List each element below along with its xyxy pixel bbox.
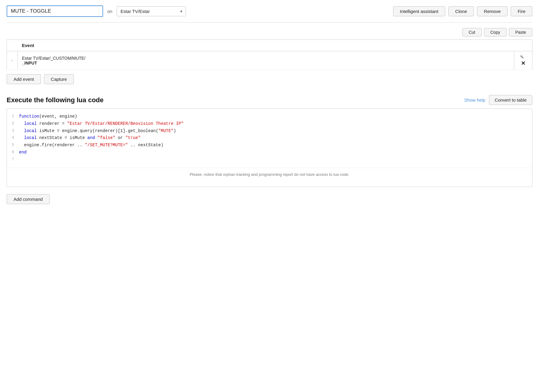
line-num-7: 7 [7, 156, 19, 163]
line-code-1: function(event, engine) [19, 113, 532, 120]
convert-to-table-button[interactable]: Convert to table [489, 95, 532, 105]
line-num-2: 2 [7, 120, 19, 127]
table-col-event: Event [18, 40, 514, 51]
clone-button[interactable]: Clone [448, 6, 474, 16]
row-actions-cell: ✎ ✕ [514, 51, 532, 70]
notice-bar: Please, notice that orphan tracking and … [7, 168, 532, 178]
code-line-7: 7 [7, 156, 532, 163]
execute-header: Execute the following lua code Show help… [7, 95, 532, 105]
delete-icon[interactable]: ✕ [521, 60, 525, 66]
execute-actions: Show help Convert to table [464, 95, 532, 105]
execute-title: Execute the following lua code [7, 96, 104, 104]
command-title-input[interactable] [7, 5, 103, 17]
top-bar: on Estar TV/Estar ▾ Intelligent assistan… [7, 5, 532, 17]
fire-button[interactable]: Fire [511, 6, 532, 16]
add-event-row: Add event Capture [7, 74, 532, 84]
code-line-5: 5 engine.fire(renderer .. "/SET_MUTE?MUT… [7, 142, 532, 149]
kw-local-2: local [24, 121, 37, 126]
code-line-4: 4 local nextState = isMute and "false" o… [7, 134, 532, 142]
event-text-line1: Estar TV/Estar/_CUSTOM/MUTE/ [22, 56, 510, 61]
add-command-row: Add command [7, 194, 532, 204]
kw-and: and [87, 135, 95, 140]
capture-button[interactable]: Capture [44, 74, 74, 84]
table-row: - Estar TV/Estar/_CUSTOM/MUTE/ _INPUT ✎ … [7, 51, 532, 70]
on-label: on [107, 9, 112, 14]
code-editor[interactable]: 1 function(event, engine) 2 local render… [7, 109, 532, 187]
line-code-2: local renderer = "Estar TV/Estar/RENDERE… [19, 120, 532, 128]
str-false: "false" [97, 135, 115, 140]
device-select-wrap: Estar TV/Estar ▾ [117, 6, 186, 16]
edit-toolbar: Cut Copy Paste [7, 28, 532, 36]
row-event-cell: Estar TV/Estar/_CUSTOM/MUTE/ _INPUT [18, 51, 514, 70]
cut-button[interactable]: Cut [462, 28, 482, 36]
code-line-3: 3 local isMute = engine.query(renderer)[… [7, 128, 532, 135]
add-event-button[interactable]: Add event [7, 74, 41, 84]
copy-button[interactable]: Copy [484, 28, 507, 36]
event-text-line2: _INPUT [22, 61, 510, 65]
str-renderer: "Estar TV/Estar/RENDERER/Beovision Theat… [67, 121, 184, 126]
kw-function: function [19, 114, 39, 119]
device-select[interactable]: Estar TV/Estar [117, 6, 186, 16]
intelligent-assistant-button[interactable]: Intelligent assistant [393, 6, 446, 16]
add-command-button[interactable]: Add command [7, 194, 50, 204]
line-num-6: 6 [7, 149, 19, 156]
remove-button[interactable]: Remove [477, 6, 508, 16]
row-minus: - [7, 51, 18, 70]
str-mute: "MUTE" [158, 128, 173, 133]
table-col-empty [7, 40, 18, 51]
line-code-5: engine.fire(renderer .. "/SET_MUTE?MUTE=… [19, 142, 532, 149]
line-num-5: 5 [7, 142, 19, 148]
kw-local-4: local [24, 135, 37, 140]
str-set-mute: "/SET_MUTE?MUTE=" [85, 143, 128, 147]
events-table: Event - Estar TV/Estar/_CUSTOM/MUTE/ _IN… [7, 40, 532, 70]
table-col-actions [514, 40, 532, 51]
line-code-3: local isMute = engine.query(renderer)[1]… [19, 128, 532, 135]
edit-icon[interactable]: ✎ [520, 55, 524, 60]
line-code-6: end [19, 149, 532, 156]
line-num-3: 3 [7, 128, 19, 134]
kw-end: end [19, 150, 27, 155]
notice-text: Please, notice that orphan tracking and … [190, 172, 349, 177]
code-line-2: 2 local renderer = "Estar TV/Estar/RENDE… [7, 120, 532, 128]
line-num-4: 4 [7, 134, 19, 141]
top-divider [7, 22, 532, 23]
code-lines: 1 function(event, engine) 2 local render… [7, 113, 532, 163]
show-help-link[interactable]: Show help [464, 97, 485, 103]
paste-button[interactable]: Paste [509, 28, 532, 36]
line-num-1: 1 [7, 113, 19, 120]
code-line-6: 6 end [7, 149, 532, 156]
kw-local-3: local [24, 128, 37, 133]
code-line-1: 1 function(event, engine) [7, 113, 532, 120]
str-true: "true" [125, 135, 140, 140]
line-code-4: local nextState = isMute and "false" or … [19, 134, 532, 142]
